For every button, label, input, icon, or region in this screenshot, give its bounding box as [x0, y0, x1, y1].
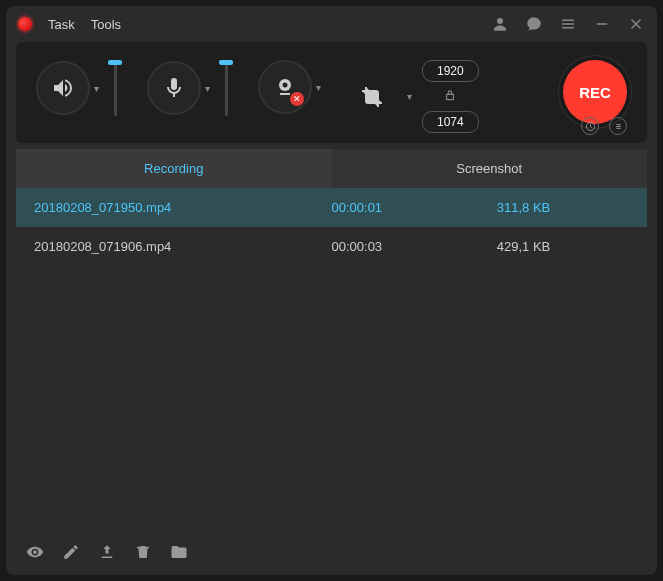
share-button[interactable]: [98, 543, 116, 561]
speaker-button[interactable]: [36, 61, 90, 115]
svg-point-0: [497, 18, 503, 24]
height-input[interactable]: 1074: [422, 111, 479, 133]
toolbar: ▾ ▾ ✕ ▾ ▾ 1920: [16, 42, 647, 143]
file-size: 429,1 KB: [497, 239, 629, 254]
recording-list: 20180208_071950.mp4 00:00:01 311,8 KB 20…: [16, 188, 647, 529]
menu-task[interactable]: Task: [48, 17, 75, 32]
open-folder-button[interactable]: [170, 543, 188, 561]
webcam-button[interactable]: ✕: [258, 60, 312, 114]
tabs: Recording Screenshot: [16, 149, 647, 188]
microphone-chevron-icon[interactable]: ▾: [205, 83, 210, 94]
titlebar: Task Tools: [6, 6, 657, 42]
lock-aspect-icon[interactable]: [443, 88, 457, 105]
crop-button[interactable]: [349, 74, 395, 120]
crop-chevron-icon[interactable]: ▾: [407, 91, 412, 102]
footer: [6, 529, 657, 575]
file-name: 20180208_071906.mp4: [34, 239, 332, 254]
file-name: 20180208_071950.mp4: [34, 200, 332, 215]
width-input[interactable]: 1920: [422, 60, 479, 82]
delete-button[interactable]: [134, 543, 152, 561]
menu-icon[interactable]: [559, 15, 577, 33]
list-item[interactable]: 20180208_071906.mp4 00:00:03 429,1 KB: [16, 227, 647, 266]
speaker-volume-slider[interactable]: [105, 60, 125, 116]
tab-recording[interactable]: Recording: [16, 149, 332, 188]
chat-icon[interactable]: [525, 15, 543, 33]
preview-button[interactable]: [26, 543, 44, 561]
svg-rect-9: [447, 94, 454, 99]
file-size: 311,8 KB: [497, 200, 629, 215]
menu-tools[interactable]: Tools: [91, 17, 121, 32]
svg-point-8: [283, 83, 288, 88]
webcam-chevron-icon[interactable]: ▾: [316, 82, 321, 93]
minimize-button[interactable]: [593, 15, 611, 33]
microphone-button[interactable]: [147, 61, 201, 115]
edit-button[interactable]: [62, 543, 80, 561]
app-icon: [18, 17, 32, 31]
microphone-volume-slider[interactable]: [216, 60, 236, 116]
user-icon[interactable]: [491, 15, 509, 33]
record-button[interactable]: REC: [563, 60, 627, 124]
speaker-chevron-icon[interactable]: ▾: [94, 83, 99, 94]
close-button[interactable]: [627, 15, 645, 33]
list-item[interactable]: 20180208_071950.mp4 00:00:01 311,8 KB: [16, 188, 647, 227]
file-duration: 00:00:01: [332, 200, 497, 215]
tab-screenshot[interactable]: Screenshot: [332, 149, 648, 188]
webcam-disabled-icon: ✕: [290, 92, 304, 106]
schedule-icon[interactable]: [581, 117, 599, 135]
file-duration: 00:00:03: [332, 239, 497, 254]
settings-list-icon[interactable]: [609, 117, 627, 135]
